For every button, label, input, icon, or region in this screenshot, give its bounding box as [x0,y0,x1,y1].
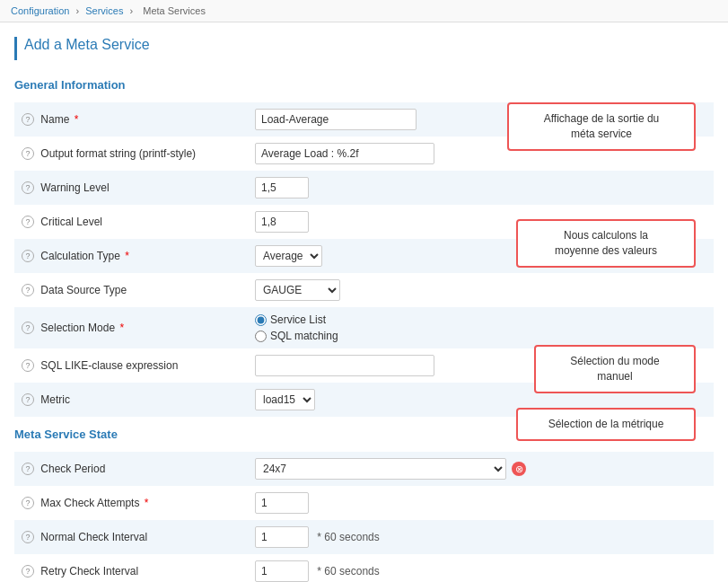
help-warning-icon[interactable]: ? [22,181,34,194]
input-critical[interactable] [255,211,309,233]
label-warning: Warning Level [40,181,109,194]
help-critical-icon[interactable]: ? [22,216,34,228]
input-name[interactable] [255,109,417,130]
general-info-table: ? Name * ? Output format string (printf-… [14,102,714,417]
label-retry-check: Retry Check Interval [40,565,138,578]
section-general-info: General Information [14,75,714,95]
breadcrumb-services[interactable]: Services [85,5,123,16]
row-datasource: ? Data Source Type GAUGE COUNTER DERIVE … [14,273,714,307]
input-output-format[interactable] [255,143,434,164]
input-warning[interactable] [255,177,309,198]
row-max-check: ? Max Check Attempts * [14,486,714,520]
label-critical: Critical Level [40,216,102,228]
radio-service-list-label: Service List [270,313,326,326]
meta-state-table: ? Check Period 24x7 workhours none ⊗ ? M… [14,452,714,582]
input-retry-check[interactable] [255,560,309,582]
required-calc: * [125,250,129,262]
label-datasource: Data Source Type [40,284,127,296]
help-sql-icon[interactable]: ? [22,359,34,372]
select-check-period[interactable]: 24x7 workhours none [255,458,506,480]
input-normal-check[interactable] [255,526,309,548]
label-metric: Metric [40,393,70,406]
retry-check-suffix: * 60 seconds [317,565,379,578]
help-check-period-icon[interactable]: ? [22,463,34,475]
page-title: Add a Meta Service [14,37,714,60]
help-calc-icon[interactable]: ? [22,250,34,262]
row-retry-check: ? Retry Check Interval * 60 seconds [14,554,714,582]
row-sql-like: ? SQL LIKE-clause expression [14,348,714,383]
normal-check-suffix: * 60 seconds [317,531,379,543]
row-output-format: ? Output format string (printf-style) [14,137,714,171]
check-period-cell: 24x7 workhours none ⊗ [255,458,706,480]
label-max-check: Max Check Attempts [40,497,139,509]
row-check-period: ? Check Period 24x7 workhours none ⊗ [14,452,714,486]
radio-sql-matching-label: SQL matching [270,330,338,342]
row-warning: ? Warning Level [14,171,714,205]
required-max-check: * [145,497,149,509]
help-output-icon[interactable]: ? [22,147,34,160]
select-metric[interactable]: load15 load1 load5 [255,389,315,410]
row-normal-check: ? Normal Check Interval * 60 seconds [14,520,714,554]
select-calc-type[interactable]: Average Sum Min Max [255,245,322,267]
input-sql-like[interactable] [255,355,434,376]
section-meta-state: Meta Service State [14,424,714,445]
breadcrumb: Configuration › Services › Meta Services [0,0,728,22]
radio-service-list[interactable]: Service List [255,313,706,326]
label-check-period: Check Period [40,463,105,475]
radio-service-list-input[interactable] [255,314,267,326]
label-name: Name [40,113,69,126]
radio-sql-matching-input[interactable] [255,331,267,342]
breadcrumb-config[interactable]: Configuration [11,5,69,16]
help-metric-icon[interactable]: ? [22,393,34,406]
help-max-check-icon[interactable]: ? [22,497,34,509]
required-selection: * [119,322,124,334]
radio-sql-matching[interactable]: SQL matching [255,330,706,342]
radio-group-selection: Service List SQL matching [255,313,706,342]
input-max-check[interactable] [255,492,309,514]
row-critical: ? Critical Level [14,205,714,239]
help-name-icon[interactable]: ? [22,113,34,126]
help-datasource-icon[interactable]: ? [22,284,34,296]
select-datasource[interactable]: GAUGE COUNTER DERIVE ABSOLUTE [255,279,340,301]
row-calc-type: ? Calculation Type * Average Sum Min Max [14,239,714,273]
row-name: ? Name * [14,102,714,137]
help-normal-check-icon[interactable]: ? [22,531,34,543]
label-selection: Selection Mode [40,322,115,334]
help-retry-check-icon[interactable]: ? [22,565,34,578]
help-selection-icon[interactable]: ? [22,322,34,334]
row-selection-mode: ? Selection Mode * Service List SQL matc… [14,307,714,348]
label-output: Output format string (printf-style) [40,147,196,160]
breadcrumb-meta-services: Meta Services [143,5,206,16]
label-calc: Calculation Type [40,250,120,262]
label-normal-check: Normal Check Interval [40,531,147,543]
row-metric: ? Metric load15 load1 load5 [14,383,714,417]
remove-check-period-icon[interactable]: ⊗ [512,462,526,476]
required-name: * [75,113,79,126]
label-sql: SQL LIKE-clause expression [40,359,178,372]
